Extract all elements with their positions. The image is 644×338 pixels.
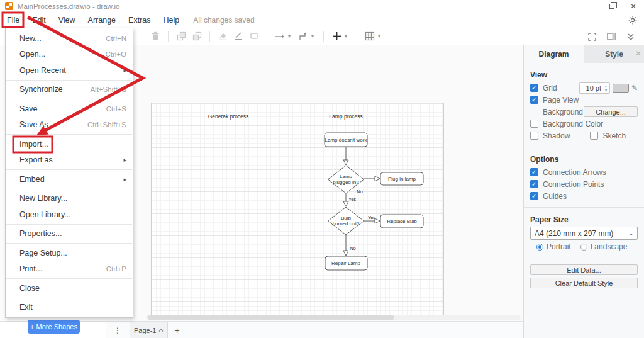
chevron-down-icon: ⌄ (628, 230, 633, 237)
background-row: Background Change... (530, 106, 638, 118)
menu-help[interactable]: Help (158, 14, 185, 26)
format-panel-toggle-button[interactable] (604, 30, 618, 43)
orientation-row: Portrait Landscape (536, 240, 638, 254)
menu-item-open[interactable]: Open...Ctrl+O (6, 47, 133, 63)
shadow-button[interactable] (247, 30, 261, 43)
menu-item-open-library[interactable]: Open Library... (6, 206, 133, 223)
section-options-header: Options (530, 155, 638, 164)
menu-item-save-as[interactable]: Save As...Ctrl+Shift+S (6, 117, 133, 133)
pages-menu-icon[interactable]: ⋮ (114, 326, 121, 335)
change-background-button[interactable]: Change... (584, 106, 638, 117)
sketch-checkbox[interactable] (590, 132, 598, 140)
connection-arrows-checkbox[interactable] (530, 168, 538, 176)
menu-item-save[interactable]: SaveCtrl+S (6, 101, 133, 117)
menu-edit[interactable]: Edit (27, 14, 51, 26)
fullscreen-button[interactable] (585, 30, 599, 43)
menu-item-open-recent[interactable]: Open Recent▸ (6, 62, 133, 79)
sun-icon (628, 16, 637, 25)
grid-checkbox[interactable] (530, 84, 538, 92)
page-view-row: Page View (530, 94, 638, 106)
delete-button[interactable] (148, 30, 162, 43)
flowchart-node-q1-label2: plugged in? (333, 179, 359, 185)
waypoints-button[interactable] (296, 30, 310, 43)
arrowhead-icon (343, 251, 348, 256)
grid-color-swatch[interactable] (613, 84, 629, 93)
guides-label: Guides (543, 192, 567, 201)
panel-close-icon[interactable]: ✕ (635, 50, 641, 57)
grid-size-field: ▲▼ (579, 82, 610, 94)
edit-pencil-icon[interactable]: ✎ (631, 84, 638, 93)
background-color-checkbox[interactable] (530, 120, 538, 128)
menu-item-properties[interactable]: Properties... (6, 226, 133, 242)
pool-label-lamp[interactable]: Lamp process (329, 113, 362, 120)
flowchart: Generak process Lamp process Lamp doesn'… (143, 45, 523, 321)
horizontal-scrollbar[interactable] (146, 315, 521, 320)
menu-item-embed[interactable]: Embed▸ (6, 171, 133, 188)
connection-style-button[interactable] (273, 30, 287, 43)
connection-arrows-label: Connection Arrows (543, 168, 606, 177)
edit-data-button[interactable]: Edit Data... (530, 264, 638, 275)
shadow-checkbox[interactable] (530, 132, 538, 140)
to-front-button[interactable] (174, 30, 188, 43)
more-shapes-button[interactable]: + More Shapes (28, 320, 80, 334)
maximize-icon (609, 4, 614, 9)
tab-diagram[interactable]: Diagram (524, 45, 584, 63)
to-back-button[interactable] (190, 30, 204, 43)
panel-divider (524, 259, 644, 259)
drawing-canvas[interactable]: Generak process Lamp process Lamp doesn'… (143, 45, 523, 321)
toolbar-separator (357, 31, 357, 42)
fill-color-button[interactable] (216, 30, 230, 43)
menu-arrange[interactable]: Arrange (83, 14, 121, 26)
collapse-toolbar-button[interactable] (624, 30, 638, 43)
save-status: All changes saved (193, 16, 254, 25)
maximize-button[interactable] (601, 0, 623, 12)
minimize-button[interactable] (580, 0, 601, 12)
menu-item-close[interactable]: Close (6, 280, 133, 296)
page-view-checkbox[interactable] (530, 96, 538, 104)
guides-checkbox[interactable] (530, 192, 538, 200)
menu-item-print[interactable]: Print...Ctrl+P (6, 261, 133, 278)
line-color-button[interactable] (231, 30, 245, 43)
menu-item-synchronize[interactable]: SynchronizeAlt+Shift+S (6, 82, 133, 98)
menu-file[interactable]: File (2, 14, 25, 26)
menu-view[interactable]: View (53, 14, 80, 26)
section-paper-header: Paper Size (530, 215, 638, 224)
format-panel-tabs: Diagram Style ✕ (524, 45, 644, 63)
menu-item-exit[interactable]: Exit (6, 300, 133, 316)
add-page-button[interactable]: + (174, 325, 179, 335)
menu-extras[interactable]: Extras (123, 14, 155, 26)
grid-row: Grid ▲▼ ✎ (530, 82, 638, 94)
flowchart-node-repair-label: Repair Lamp (331, 261, 360, 266)
portrait-radio[interactable] (536, 244, 543, 251)
line-color-icon (234, 31, 243, 41)
menu-item-export-as[interactable]: Export as▸ (6, 152, 133, 169)
menu-item-new[interactable]: New...Ctrl+N (6, 30, 133, 47)
grid-size-stepper[interactable]: ▲▼ (602, 84, 609, 92)
chevron-down-icon[interactable]: ▾ (378, 33, 384, 39)
pool-label-general[interactable]: Generak process (208, 113, 249, 120)
landscape-radio[interactable] (580, 244, 587, 251)
paper-size-select[interactable]: A4 (210 mm x 297 mm) ⌄ (530, 227, 638, 240)
close-button[interactable]: ✕ (623, 0, 644, 12)
menu-item-page-setup[interactable]: Page Setup... (6, 245, 133, 261)
chevron-down-icon[interactable]: ▾ (288, 33, 294, 39)
insert-button[interactable] (330, 30, 343, 43)
menu-item-import[interactable]: Import... (6, 136, 133, 152)
menu-item-new-library[interactable]: New Library... (6, 191, 133, 207)
panel-divider (524, 207, 644, 208)
horizontal-scrollbar-thumb[interactable] (148, 315, 394, 320)
panel-icon (607, 33, 616, 40)
to-back-icon (192, 31, 202, 41)
table-button[interactable] (363, 30, 377, 43)
toolbar-separator (323, 31, 324, 42)
page-tab-label: Page-1 (134, 327, 156, 334)
chevron-down-icon[interactable]: ▾ (311, 33, 318, 39)
fill-color-icon (218, 31, 228, 41)
minimize-icon (588, 6, 594, 6)
connection-points-checkbox[interactable] (530, 180, 538, 188)
theme-toggle-button[interactable] (626, 14, 639, 26)
chevron-down-icon[interactable]: ▾ (345, 33, 351, 39)
grid-size-input[interactable] (580, 84, 602, 92)
page-tab[interactable]: Page-1 (130, 322, 168, 338)
clear-default-style-button[interactable]: Clear Default Style (530, 278, 638, 288)
